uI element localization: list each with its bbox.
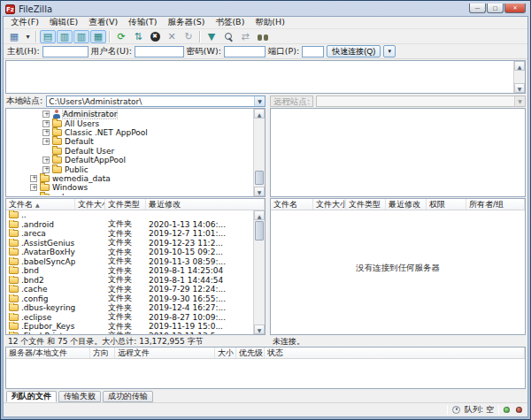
column-header-modified[interactable]: 最近修改 <box>146 199 265 210</box>
quickconnect-dropdown-icon[interactable]: ▾ <box>383 45 396 57</box>
file-name: .areca <box>21 229 46 238</box>
menu-item[interactable]: 书签(B) <box>210 17 250 28</box>
local-site-combo[interactable]: C:\Users\Administrator\ ▼ <box>46 95 266 107</box>
file-modified: 2019-11-3 08:59:... <box>146 257 253 266</box>
scroll-down-icon[interactable]: ▼ <box>254 325 265 334</box>
scroll-up-icon[interactable]: ▲ <box>514 61 525 71</box>
password-input[interactable] <box>224 46 266 57</box>
red-status-led-icon <box>516 407 522 413</box>
column-header-owner[interactable]: 所有者/组 <box>466 199 525 210</box>
cancel-icon[interactable]: ✖ <box>147 30 163 43</box>
local-tree-scrollbar[interactable]: ▲ ▼ <box>253 109 265 196</box>
disconnect-icon[interactable]: ✕ <box>164 30 180 43</box>
message-log-scrollbar[interactable]: ▲ ▼ <box>513 61 525 93</box>
reconnect-icon[interactable]: ↻ <box>181 30 196 43</box>
tree-item[interactable]: Default User <box>7 147 252 156</box>
sync-browse-icon[interactable]: ⇄ <box>237 30 253 43</box>
maximize-button[interactable]: ▢ <box>487 4 504 13</box>
scrollbar-thumb[interactable] <box>255 171 264 185</box>
file-name: .android <box>21 220 54 229</box>
menu-item[interactable]: 查看(V) <box>83 17 123 28</box>
toggle-remote-tree-icon[interactable]: ▥ <box>73 30 89 43</box>
expand-plus-icon[interactable] <box>42 120 50 127</box>
column-header-type[interactable]: 文件类型 <box>346 199 386 210</box>
column-header-size[interactable]: 大小 <box>215 347 236 358</box>
menu-item[interactable]: 文件(F) <box>5 17 44 28</box>
menu-item[interactable]: 帮助(H) <box>250 17 290 28</box>
column-header-permissions[interactable]: 权限 <box>427 199 466 210</box>
tree-item[interactable]: Default <box>7 137 252 146</box>
scroll-down-icon[interactable]: ▼ <box>254 187 265 196</box>
expand-plus-icon[interactable] <box>30 175 37 182</box>
host-input[interactable] <box>42 46 88 57</box>
toggle-message-log-icon[interactable]: ▤ <box>40 30 56 43</box>
tree-item-label: Windows <box>52 183 88 192</box>
scroll-up-icon[interactable]: ▲ <box>254 109 265 118</box>
tree-item[interactable]: Administrator <box>7 110 252 118</box>
tree-item[interactable]: Classic .NET AppPool <box>7 128 252 137</box>
column-header-modified[interactable]: 最近修改 <box>386 199 427 210</box>
toolbar-separator[interactable] <box>199 31 201 42</box>
local-status-text: 12 个文件 和 75 个目录。大小总计: 13,172,955 字节 <box>5 335 266 347</box>
column-header-priority[interactable]: 优先级 <box>236 347 265 358</box>
site-manager-icon[interactable]: ▦ <box>6 30 22 43</box>
toggle-queue-icon[interactable]: ▦ <box>90 30 106 43</box>
column-header-size[interactable]: 文件大小 <box>75 199 105 210</box>
quickconnect-button[interactable]: 快速连接(Q) <box>327 45 381 57</box>
folder-icon <box>9 221 19 228</box>
toolbar-separator[interactable] <box>35 31 37 42</box>
menu-item[interactable]: 服务器(S) <box>162 17 210 28</box>
column-header-status[interactable]: 状态 <box>265 347 525 358</box>
refresh-icon[interactable]: ⟳ <box>113 30 129 43</box>
column-header-remote-file[interactable]: 远程文件 <box>115 347 215 358</box>
local-list-scrollbar[interactable]: ▲ ▼ <box>253 210 265 334</box>
filter-icon[interactable]: ▼ <box>204 30 219 43</box>
column-header-direction[interactable]: 方向 <box>90 347 115 358</box>
file-row[interactable]: .FlashPrint 文件夹 2019-12-11 13:5... <box>6 332 253 335</box>
folder-icon <box>9 258 19 265</box>
scroll-up-icon[interactable]: ▲ <box>254 210 265 220</box>
tree-item[interactable]: All Users <box>7 118 252 127</box>
username-input[interactable] <box>135 46 184 57</box>
menu-bar: 文件(F) 编辑(E) 查看(V) 传输(T) 服务器(S) 书签(B) 帮助(… <box>4 17 527 29</box>
scroll-down-icon[interactable]: ▼ <box>514 83 525 93</box>
tree-item[interactable]: xph <box>7 193 252 195</box>
column-header-name[interactable]: 文件名▲ <box>6 199 75 210</box>
tree-item-label: DefaultAppPool <box>65 156 126 164</box>
find-icon[interactable] <box>254 30 270 43</box>
queue-body <box>6 359 525 388</box>
tab-queued-files[interactable]: 列队的文件 <box>6 391 57 402</box>
column-header-local-file[interactable]: 服务器/本地文件 <box>6 347 90 358</box>
tab-failed-transfers[interactable]: 传输失败 <box>58 391 101 402</box>
expand-plus-icon[interactable] <box>42 157 50 164</box>
expand-plus-icon[interactable] <box>30 184 37 191</box>
chevron-down-icon[interactable]: ▼ <box>254 96 265 106</box>
tree-item-label: All Users <box>65 119 99 128</box>
expand-plus-icon[interactable] <box>42 166 50 173</box>
site-manager-dropdown-icon[interactable]: ▾ <box>23 30 33 43</box>
column-header-size[interactable]: 文件大小 <box>313 199 346 210</box>
toggle-local-tree-icon[interactable]: ▥ <box>57 30 73 43</box>
minimize-button[interactable]: — <box>469 4 486 13</box>
expand-plus-icon[interactable] <box>42 129 50 136</box>
port-input[interactable] <box>302 46 324 57</box>
folder-icon <box>52 157 62 164</box>
toolbar-separator[interactable] <box>109 31 111 42</box>
tree-item[interactable]: Windows <box>7 183 252 192</box>
compare-icon[interactable] <box>220 30 236 43</box>
tree-item[interactable]: DefaultAppPool <box>7 156 252 164</box>
expand-plus-icon[interactable] <box>42 111 50 118</box>
column-header-type[interactable]: 文件类型 <box>105 199 146 210</box>
statusbar-divider <box>447 405 448 415</box>
expand-plus-icon[interactable] <box>42 138 50 145</box>
tab-successful-transfers[interactable]: 成功的传输 <box>103 391 153 402</box>
process-queue-icon[interactable]: ⇅ <box>130 30 146 43</box>
close-button[interactable]: ✕ <box>504 4 526 13</box>
file-name: .bnd <box>21 266 39 275</box>
column-header-name[interactable]: 文件名 <box>271 199 313 210</box>
menu-item[interactable]: 编辑(E) <box>44 17 83 28</box>
menu-item[interactable]: 传输(T) <box>123 17 162 28</box>
remote-site-label: 远程站点: <box>270 95 313 107</box>
password-label: 密码(W): <box>187 46 221 57</box>
scrollbar-thumb[interactable] <box>255 221 264 241</box>
